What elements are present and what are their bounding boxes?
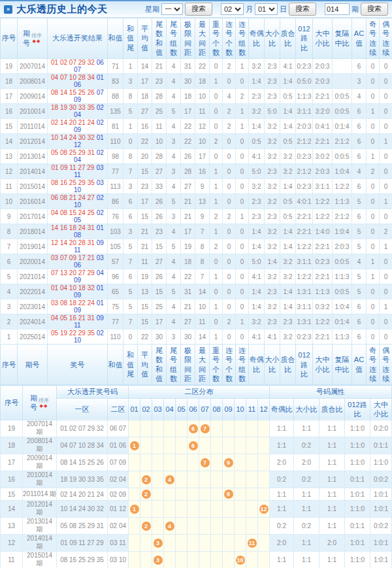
stat-cell: 3:0:2 [313,149,333,164]
zone2-cell: 02 04 [108,471,129,488]
stat-cell: 4 [223,89,236,104]
result-cell: 10 14 24 30 3201 12 [48,134,108,149]
stat-cell: 28 [152,149,167,164]
result-cell: 08 16 25 29 3503 10 [48,179,108,194]
stat-cell: 1:0:4 [333,299,352,314]
stat-cell: 0 [367,314,380,329]
stat-cell: 1:2:2 [313,194,333,209]
stat-cell: 4 [352,164,367,179]
sort-control[interactable]: 排序◆◆ [31,33,42,43]
issue-search-button[interactable]: 搜索 [361,3,388,16]
table-row: 112015014 期08 16 25 29 3503 103101:11:11… [1,552,392,568]
result-cell: 01 09 11 27 2903 11 [48,164,108,179]
stat-cell: 2:1:2 [296,134,313,149]
table-row: 17200901408 14 15 25 2607 09888182841810… [1,89,392,104]
col-header: 奇号 连续 [367,344,380,385]
stat-cell: 28 [181,164,195,179]
issue-cell: 2015014 期 [23,552,57,568]
stat-cell: 0 [223,239,236,254]
stat-cell: 3 [123,224,138,239]
stat-cell: 0 [210,284,223,299]
stat-cell: 18 [181,89,195,104]
stat-cell: 1:2:2 [296,269,313,284]
back-ball: 4 [165,522,174,531]
stat-cell: 23 [138,179,152,194]
stat-cell [333,74,352,89]
stat-cell: 3:2 [265,134,280,149]
sort-control[interactable]: 排序◆◆ [39,398,49,408]
issue-input[interactable] [325,3,350,15]
stat-cell: 3:2 [280,164,296,179]
dist-cell [129,454,140,471]
dist-cell [199,471,211,488]
col-header: 和值 尾 [123,18,138,59]
stat-cell: 6 [352,59,367,74]
week-search-button[interactable]: 搜索 [185,3,212,16]
day-select[interactable]: 01 [255,3,278,15]
result-cell: 01 04 10 18 3201 09 [48,284,108,299]
dist-cell [176,501,188,518]
seq-cell: 13 [1,149,18,164]
col-header: 和值 [108,18,123,59]
back-ball: 6 [189,441,198,450]
table-row: 3202301403 08 18 22 2401 097551525421101… [1,299,392,314]
dist-cell [140,535,152,552]
week-select[interactable]: 一 [161,3,183,15]
dist-cell [164,535,176,552]
stat-cell: 11 [195,314,210,329]
stat-cell: 0 [123,134,138,149]
dist-cell [246,420,258,437]
zone1-cell: 18 19 30 33 35 [57,471,108,488]
stat-cell: 0 [380,284,392,299]
stat-cell: 0:0:5 [333,89,352,104]
dist-cell [140,501,152,518]
dist-cell: 12 [258,501,270,518]
seq-cell: 15 [1,119,18,134]
zone1-column-header: 一区 [57,398,108,420]
date-search-button[interactable]: 搜索 [289,3,316,16]
history-stats-table: 序号期 号排序◆◆大乐透开奖结果和值和值 尾平均 值尾数 和值尾号 组数极限 间… [0,18,392,385]
stat-cell: 0 [380,179,392,194]
stat-cell: 0:5 [249,134,265,149]
dist-cell [258,552,270,568]
dist-cell: 9 [223,488,235,501]
dist-cell [223,552,235,568]
attr-cell: 1:1:0 [345,454,370,471]
attr-cell: 1:1:0 [345,437,370,454]
stat-cell: 3:1:1 [313,179,333,194]
stat-cell: 6 [123,194,138,209]
stat-cell: 110 [108,134,123,149]
seq-column-header: 序号 [1,386,23,420]
sort-label: 排序 [31,33,42,39]
dist-cell: 11 [246,535,258,552]
stat-cell: 19 [181,239,195,254]
stat-cell: 1:4 [280,74,296,89]
dist-cell [223,535,235,552]
month-select[interactable]: 02 [221,3,244,15]
stat-cell: 22 [181,134,195,149]
stat-cell: 0 [210,119,223,134]
zone2-column-header: 二区 [108,398,129,420]
dist-cell: 1 [129,501,140,518]
table-row: 16201001418 19 30 33 3502 04135527255171… [1,104,392,119]
stat-cell: 26 [152,269,167,284]
dist-cell [140,420,152,437]
stat-cell: 0:5 [280,89,296,104]
stat-cell: 0 [367,239,380,254]
stat-cell: 6 [123,209,138,224]
issue-cell: 2007014 期 [23,420,57,437]
stat-cell: 1 [236,119,249,134]
seq-cell: 11 [1,179,18,194]
stat-cell: 14 [195,329,210,344]
dist-cell [235,454,246,471]
issue-column-header: 期 号排序◆◆ [18,18,48,59]
stat-cell: 4 [167,179,181,194]
dist-cell [199,552,211,568]
dist-cell [211,501,223,518]
seq-cell: 3 [1,299,18,314]
attr-cell: 0:2 [270,471,294,488]
dist-cell [258,471,270,488]
dist-cell [235,437,246,454]
issue-cell: 2015014 [18,179,48,194]
stat-cell: 2:3 [265,284,280,299]
